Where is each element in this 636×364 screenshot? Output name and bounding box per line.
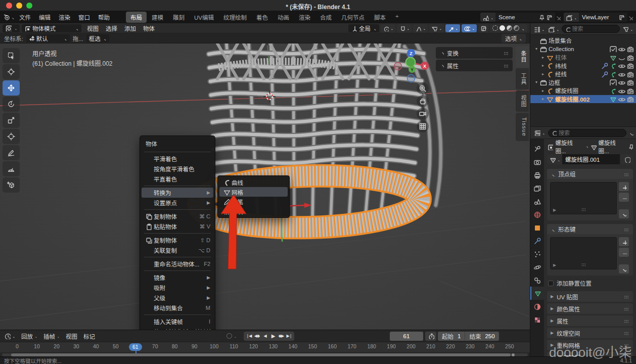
grip-icon[interactable] (623, 330, 629, 336)
fake-user-button[interactable] (621, 154, 633, 164)
workspace-tab[interactable]: 动画 (273, 12, 294, 23)
context-menu-item[interactable]: ▶ (144, 257, 211, 257)
hide-viewport-icon[interactable] (618, 71, 625, 77)
properties-tab[interactable] (530, 313, 544, 326)
mode-dropdown[interactable]: 物体模式 (22, 24, 81, 32)
expander-icon[interactable]: ▸ (540, 88, 546, 93)
workspace-tab[interactable]: 建模 (147, 12, 168, 23)
properties-tab[interactable] (530, 181, 544, 195)
outliner-row[interactable]: ▾ 边框 (530, 78, 636, 87)
proportional-edit-dropdown[interactable] (413, 24, 428, 32)
properties-tab[interactable] (530, 234, 544, 247)
outliner-row[interactable]: ▸ 经线 (530, 70, 636, 78)
properties-editor-button[interactable] (533, 129, 546, 136)
datablock-type-button[interactable] (547, 154, 562, 164)
jump-to-end-button[interactable]: ▶❘ (285, 332, 293, 340)
grip-icon[interactable] (623, 305, 629, 312)
pin-icon[interactable] (538, 14, 544, 20)
disable-render-icon[interactable] (626, 71, 634, 77)
collection-checkbox-icon[interactable] (609, 46, 617, 52)
auto-keying-toggle[interactable] (226, 333, 237, 339)
properties-options-icon[interactable] (628, 130, 633, 135)
overlays-toggle[interactable] (462, 24, 477, 32)
grip-icon[interactable] (623, 226, 629, 233)
play-button[interactable]: ▶ (269, 332, 277, 340)
workspace-tab[interactable]: 布局 (126, 12, 147, 23)
coord-system-dropdown[interactable]: 默认 (26, 34, 70, 42)
workspace-tab[interactable]: + (391, 12, 403, 23)
tool-button[interactable] (3, 97, 20, 112)
context-menu-item[interactable]: 粘贴物体 ⌘ V ▶ (142, 221, 213, 232)
remove-shape-key-button[interactable] (619, 248, 629, 257)
viewlayer-selector[interactable]: ViewLayer (564, 13, 633, 22)
context-menu-item[interactable]: 使用插帧集插入关键帧 K ▶ (142, 327, 213, 330)
outliner-search-input[interactable] (572, 26, 616, 32)
context-menu-item[interactable]: 吸附 ▶ (142, 283, 213, 293)
remove-vertex-group-button[interactable] (619, 193, 629, 202)
expander-icon[interactable]: ▸ (540, 63, 546, 68)
viewport-3d[interactable]: Z X Y (0, 43, 530, 330)
hide-viewport-icon[interactable] (618, 96, 625, 102)
grip-icon[interactable] (623, 171, 629, 177)
tool-button[interactable] (3, 177, 20, 193)
submenu-item[interactable]: 蜡笔 (219, 197, 288, 206)
timeline-menu-item[interactable]: 回放 (18, 331, 40, 341)
context-menu-item[interactable]: 设置原点 ▶ (142, 198, 213, 208)
workspace-tab[interactable]: UV编辑 (190, 12, 218, 23)
show-gizmo-dropdown[interactable] (429, 24, 444, 32)
properties-tab[interactable] (530, 287, 544, 300)
collapsed-panel-header[interactable]: ▶ UV 贴图 (547, 291, 633, 302)
context-menu-item[interactable]: 插入关键帧 I ▶ (142, 316, 213, 327)
tool-button[interactable] (3, 80, 20, 96)
vertex-groups-list[interactable]: ▶ (550, 182, 617, 214)
grip-icon[interactable] (623, 317, 629, 324)
disable-render-icon[interactable] (626, 46, 634, 52)
sidebar-tab[interactable]: Tissue (516, 113, 529, 141)
snap-magnet-dropdown[interactable] (397, 24, 412, 32)
prev-keyframe-button[interactable]: ◀◆ (253, 332, 261, 340)
context-menu-item[interactable]: 重命名活动物体... F2 ▶ (142, 259, 213, 269)
datablock-name-field[interactable]: 螺旋线圈.001 (562, 154, 620, 164)
workspace-tab[interactable]: 渲染 (294, 12, 315, 23)
grip-icon[interactable] (623, 342, 629, 348)
workspace-tab[interactable]: 脚本 (370, 12, 390, 23)
context-menu-item[interactable]: 平直着色 ▶ (142, 174, 213, 184)
hide-viewport-icon[interactable] (618, 46, 625, 52)
tool-button[interactable] (3, 129, 20, 144)
hide-viewport-icon[interactable] (618, 87, 625, 94)
context-menu-item[interactable]: 复制物体 ⇧ D ▶ (142, 235, 213, 245)
collapsed-panel-header[interactable]: ▶ 属性 (547, 315, 633, 326)
context-menu-item[interactable]: 父级 ▶ (142, 293, 213, 303)
pin-icon[interactable] (627, 144, 633, 150)
pivot-point-dropdown[interactable] (381, 24, 395, 32)
properties-tab[interactable] (530, 168, 544, 181)
breadcrumb-object[interactable]: 螺旋线圈... (555, 139, 582, 155)
collapsed-panel-header[interactable]: ▶ 几何数据 (547, 352, 633, 356)
viewport-menu-item[interactable]: 视图 (83, 23, 102, 33)
grip-icon[interactable] (623, 293, 629, 300)
rendered-shading-button[interactable] (514, 25, 519, 31)
use-preview-range-button[interactable] (425, 332, 436, 341)
disable-render-icon[interactable] (626, 87, 634, 94)
context-menu-item[interactable]: 转换为 ▶ (142, 188, 213, 198)
next-keyframe-button[interactable]: ◆▶ (277, 332, 285, 340)
expander-icon[interactable]: ▸ (540, 72, 546, 76)
properties-search-input[interactable] (559, 130, 623, 136)
context-menu-item[interactable]: 复制物体 ⌘ C ▶ (142, 211, 213, 221)
new-viewlayer-icon[interactable] (618, 14, 624, 20)
sidebar-tab[interactable]: 视图 (516, 90, 529, 112)
outliner-display-mode-button[interactable] (547, 25, 560, 33)
tool-button[interactable] (3, 145, 20, 160)
tool-button[interactable] (3, 113, 20, 128)
context-menu-item[interactable]: ▶ (144, 314, 211, 315)
outliner-row[interactable]: ▸ 螺旋线圈.002 (530, 95, 636, 104)
context-menu-item[interactable]: 移动到集合 M ▶ (142, 303, 213, 313)
hide-viewport-icon[interactable] (618, 54, 625, 61)
solid-shading-button[interactable] (499, 25, 505, 31)
workspace-tab[interactable]: 着色 (252, 12, 272, 23)
hide-viewport-icon[interactable] (618, 79, 625, 85)
properties-tab[interactable] (530, 195, 544, 208)
disable-render-icon[interactable] (626, 96, 634, 102)
properties-search[interactable] (548, 129, 626, 137)
grip-icon[interactable] (503, 62, 509, 69)
